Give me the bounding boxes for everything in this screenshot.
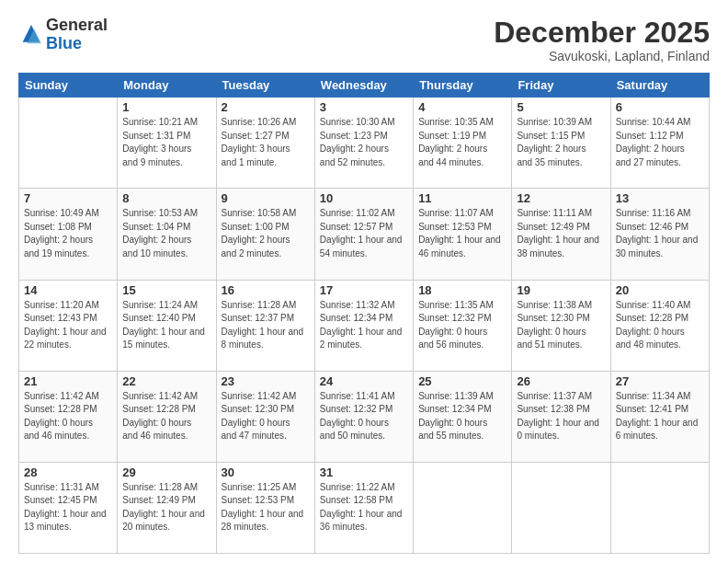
calendar-cell: 14Sunrise: 11:20 AM Sunset: 12:43 PM Day… <box>19 280 118 371</box>
day-info: Sunrise: 10:35 AM Sunset: 1:19 PM Daylig… <box>418 116 506 169</box>
day-number: 21 <box>24 374 112 388</box>
calendar-cell: 18Sunrise: 11:35 AM Sunset: 12:32 PM Day… <box>414 280 512 371</box>
calendar-cell: 21Sunrise: 11:42 AM Sunset: 12:28 PM Day… <box>19 371 118 462</box>
day-info: Sunrise: 10:39 AM Sunset: 1:15 PM Daylig… <box>517 116 605 169</box>
calendar-cell: 30Sunrise: 11:25 AM Sunset: 12:53 PM Day… <box>216 462 314 553</box>
day-number: 30 <box>222 465 310 479</box>
day-number: 22 <box>122 374 210 388</box>
day-info: Sunrise: 11:35 AM Sunset: 12:32 PM Dayli… <box>418 299 506 352</box>
day-info: Sunrise: 11:28 AM Sunset: 12:37 PM Dayli… <box>222 299 310 352</box>
calendar-cell: 1Sunrise: 10:21 AM Sunset: 1:31 PM Dayli… <box>118 98 216 189</box>
day-number: 13 <box>616 191 704 205</box>
day-number: 5 <box>517 100 605 114</box>
day-info: Sunrise: 11:34 AM Sunset: 12:41 PM Dayli… <box>616 390 704 443</box>
day-info: Sunrise: 10:30 AM Sunset: 1:23 PM Daylig… <box>320 116 408 169</box>
day-number: 16 <box>222 283 310 297</box>
weekday-header: Monday <box>118 74 216 98</box>
day-number: 29 <box>122 465 210 479</box>
calendar-cell: 4Sunrise: 10:35 AM Sunset: 1:19 PM Dayli… <box>414 98 512 189</box>
calendar-cell: 28Sunrise: 11:31 AM Sunset: 12:45 PM Day… <box>19 462 118 553</box>
day-info: Sunrise: 11:16 AM Sunset: 12:46 PM Dayli… <box>616 207 704 260</box>
calendar-cell: 5Sunrise: 10:39 AM Sunset: 1:15 PM Dayli… <box>512 98 610 189</box>
calendar-cell: 29Sunrise: 11:28 AM Sunset: 12:49 PM Day… <box>118 462 216 553</box>
calendar-cell: 17Sunrise: 11:32 AM Sunset: 12:34 PM Day… <box>314 280 413 371</box>
calendar-cell: 16Sunrise: 11:28 AM Sunset: 12:37 PM Day… <box>216 280 314 371</box>
day-info: Sunrise: 11:11 AM Sunset: 12:49 PM Dayli… <box>517 207 605 260</box>
calendar-cell: 3Sunrise: 10:30 AM Sunset: 1:23 PM Dayli… <box>314 98 413 189</box>
day-number: 31 <box>320 465 408 479</box>
calendar-cell: 25Sunrise: 11:39 AM Sunset: 12:34 PM Day… <box>414 371 512 462</box>
weekday-header: Thursday <box>414 74 512 98</box>
day-info: Sunrise: 11:20 AM Sunset: 12:43 PM Dayli… <box>24 299 112 352</box>
day-info: Sunrise: 11:31 AM Sunset: 12:45 PM Dayli… <box>24 481 112 534</box>
day-number: 27 <box>616 374 704 388</box>
calendar-week-row: 28Sunrise: 11:31 AM Sunset: 12:45 PM Day… <box>19 462 710 553</box>
calendar-cell: 2Sunrise: 10:26 AM Sunset: 1:27 PM Dayli… <box>216 98 314 189</box>
calendar-cell: 6Sunrise: 10:44 AM Sunset: 1:12 PM Dayli… <box>610 98 709 189</box>
calendar-cell: 23Sunrise: 11:42 AM Sunset: 12:30 PM Day… <box>216 371 314 462</box>
calendar-week-row: 14Sunrise: 11:20 AM Sunset: 12:43 PM Day… <box>19 280 710 371</box>
calendar-table: SundayMondayTuesdayWednesdayThursdayFrid… <box>18 73 710 554</box>
calendar-cell: 11Sunrise: 11:07 AM Sunset: 12:53 PM Day… <box>414 189 512 280</box>
day-info: Sunrise: 11:39 AM Sunset: 12:34 PM Dayli… <box>418 390 506 443</box>
day-number: 14 <box>24 283 112 297</box>
day-number: 20 <box>616 283 704 297</box>
day-info: Sunrise: 10:58 AM Sunset: 1:00 PM Daylig… <box>222 207 310 260</box>
calendar-header-row: SundayMondayTuesdayWednesdayThursdayFrid… <box>19 74 710 98</box>
calendar-cell: 24Sunrise: 11:41 AM Sunset: 12:32 PM Day… <box>314 371 413 462</box>
day-number: 24 <box>320 374 408 388</box>
calendar-cell: 8Sunrise: 10:53 AM Sunset: 1:04 PM Dayli… <box>118 189 216 280</box>
logo: General Blue <box>18 17 108 53</box>
day-number: 15 <box>122 283 210 297</box>
calendar-week-row: 7Sunrise: 10:49 AM Sunset: 1:08 PM Dayli… <box>19 189 710 280</box>
calendar-cell: 13Sunrise: 11:16 AM Sunset: 12:46 PM Day… <box>610 189 709 280</box>
header: General Blue December 2025 Savukoski, La… <box>18 17 710 63</box>
day-info: Sunrise: 10:44 AM Sunset: 1:12 PM Daylig… <box>616 116 704 169</box>
day-info: Sunrise: 11:42 AM Sunset: 12:30 PM Dayli… <box>222 390 310 443</box>
day-number: 28 <box>24 465 112 479</box>
day-info: Sunrise: 11:32 AM Sunset: 12:34 PM Dayli… <box>320 299 408 352</box>
day-info: Sunrise: 10:49 AM Sunset: 1:08 PM Daylig… <box>24 207 112 260</box>
logo-text: General Blue <box>46 17 108 53</box>
day-number: 18 <box>418 283 506 297</box>
calendar-cell: 26Sunrise: 11:37 AM Sunset: 12:38 PM Day… <box>512 371 610 462</box>
day-number: 2 <box>222 100 310 114</box>
calendar-week-row: 21Sunrise: 11:42 AM Sunset: 12:28 PM Day… <box>19 371 710 462</box>
day-number: 1 <box>122 100 210 114</box>
calendar-cell: 15Sunrise: 11:24 AM Sunset: 12:40 PM Day… <box>118 280 216 371</box>
day-info: Sunrise: 11:37 AM Sunset: 12:38 PM Dayli… <box>517 390 605 443</box>
calendar-cell: 27Sunrise: 11:34 AM Sunset: 12:41 PM Day… <box>610 371 709 462</box>
calendar-cell <box>19 98 118 189</box>
day-number: 3 <box>320 100 408 114</box>
day-number: 8 <box>122 191 210 205</box>
day-info: Sunrise: 11:24 AM Sunset: 12:40 PM Dayli… <box>122 299 210 352</box>
day-number: 25 <box>418 374 506 388</box>
day-number: 11 <box>418 191 506 205</box>
month-title: December 2025 <box>494 17 710 49</box>
calendar-cell: 31Sunrise: 11:22 AM Sunset: 12:58 PM Day… <box>314 462 413 553</box>
day-info: Sunrise: 11:42 AM Sunset: 12:28 PM Dayli… <box>122 390 210 443</box>
logo-icon <box>18 22 44 48</box>
day-number: 26 <box>517 374 605 388</box>
day-number: 4 <box>418 100 506 114</box>
calendar-cell <box>512 462 610 553</box>
day-info: Sunrise: 11:42 AM Sunset: 12:28 PM Dayli… <box>24 390 112 443</box>
page: General Blue December 2025 Savukoski, La… <box>0 0 728 563</box>
calendar-cell <box>414 462 512 553</box>
day-number: 7 <box>24 191 112 205</box>
day-number: 12 <box>517 191 605 205</box>
weekday-header: Saturday <box>610 74 709 98</box>
day-info: Sunrise: 11:22 AM Sunset: 12:58 PM Dayli… <box>320 481 408 534</box>
day-info: Sunrise: 11:28 AM Sunset: 12:49 PM Dayli… <box>122 481 210 534</box>
day-number: 19 <box>517 283 605 297</box>
day-number: 17 <box>320 283 408 297</box>
calendar-cell: 10Sunrise: 11:02 AM Sunset: 12:57 PM Day… <box>314 189 413 280</box>
header-right: December 2025 Savukoski, Lapland, Finlan… <box>494 17 710 63</box>
calendar-cell: 22Sunrise: 11:42 AM Sunset: 12:28 PM Day… <box>118 371 216 462</box>
day-info: Sunrise: 10:53 AM Sunset: 1:04 PM Daylig… <box>122 207 210 260</box>
calendar-week-row: 1Sunrise: 10:21 AM Sunset: 1:31 PM Dayli… <box>19 98 710 189</box>
weekday-header: Sunday <box>19 74 118 98</box>
calendar-cell <box>610 462 709 553</box>
calendar-cell: 12Sunrise: 11:11 AM Sunset: 12:49 PM Day… <box>512 189 610 280</box>
calendar-cell: 20Sunrise: 11:40 AM Sunset: 12:28 PM Day… <box>610 280 709 371</box>
